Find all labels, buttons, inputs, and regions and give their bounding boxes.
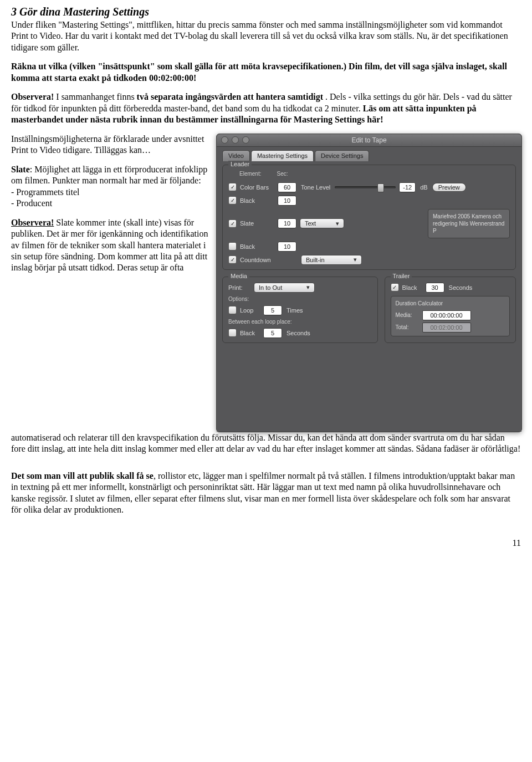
leader-group: Leader Element: Sec: ✓ Color Bars 60 Ton… xyxy=(222,165,516,270)
trailer-legend: Trailer xyxy=(391,273,412,279)
window-titlebar[interactable]: Edit to Tape xyxy=(217,134,521,147)
dc-media-value[interactable]: 00:00:00:00 xyxy=(422,310,471,320)
trailer-black-checkbox[interactable]: ✓ xyxy=(391,283,399,291)
black1-sec-input[interactable]: 10 xyxy=(278,196,296,206)
countdown-source-value: Built-in xyxy=(306,257,325,263)
edit-to-tape-window: Edit to Tape Video Mastering Settings De… xyxy=(216,134,522,432)
loop-checkbox[interactable] xyxy=(228,306,237,314)
countdown-source-select[interactable]: Built-in ▾ xyxy=(301,255,362,265)
color-bars-sec-input[interactable]: 60 xyxy=(278,182,296,192)
tab-bar: Video Mastering Settings Device Settings xyxy=(217,147,521,161)
between-loop-label: Between each loop place: xyxy=(228,319,372,325)
loop-count-input[interactable]: 5 xyxy=(263,305,282,315)
chevron-updown-icon: ▾ xyxy=(304,284,312,291)
window-title: Edit to Tape xyxy=(217,136,521,144)
color-bars-checkbox[interactable]: ✓ xyxy=(228,183,237,191)
media-black-label: Black xyxy=(240,330,260,336)
observera-label: Observera! xyxy=(11,218,54,227)
panel-filler xyxy=(222,343,516,426)
tone-level-slider[interactable] xyxy=(335,183,396,191)
tone-db-value: -12 xyxy=(399,182,416,192)
chevron-updown-icon: ▾ xyxy=(334,220,341,227)
section-heading: 3 Gör dina Mastering Settings xyxy=(11,6,521,18)
observera-label: Observera! xyxy=(11,92,54,101)
print-label: Print: xyxy=(228,284,250,291)
page-number: 11 xyxy=(11,538,521,548)
bullet-title: - Programmets titel xyxy=(11,187,80,197)
after-image-paragraph: automatiserad och relaterar till den kra… xyxy=(11,432,521,455)
slate-checkbox[interactable]: ✓ xyxy=(228,219,237,228)
media-black-sec-input[interactable]: 5 xyxy=(263,328,282,338)
left-slate-para: Slate: Möjlighet att lägga in ett förpro… xyxy=(11,164,211,209)
media-legend: Media xyxy=(228,273,249,279)
dc-total-value: 00:02:00:00 xyxy=(422,323,471,333)
left-observera-para: Observera! Slate kommer inte (skall inte… xyxy=(11,217,211,274)
trailer-black-label: Black xyxy=(402,284,422,291)
dc-total-label: Total: xyxy=(396,324,418,331)
final-paragraph: Det som man vill att publik skall få se,… xyxy=(11,471,521,516)
final-strong: Det som man vill att publik skall få se xyxy=(11,471,154,480)
loop-unit: Times xyxy=(287,307,303,314)
slate-text-preview: Mariefred 2005 Kamera och redigering Nil… xyxy=(428,209,510,238)
tab-mastering-settings[interactable]: Mastering Settings xyxy=(251,150,314,161)
col-element-label: Element: xyxy=(239,171,261,177)
intro-paragraph-2: Räkna ut vilka (vilken "insättspunkt" so… xyxy=(11,61,521,84)
slate-source-select[interactable]: Text ▾ xyxy=(300,218,344,228)
black1-label: Black xyxy=(240,197,274,204)
trailer-black-sec-input[interactable]: 30 xyxy=(426,283,444,293)
black2-label: Black xyxy=(240,243,274,250)
slate-source-value: Text xyxy=(305,220,316,227)
trailer-black-unit: Seconds xyxy=(449,284,473,291)
text-span: : Möjlighet att lägga in ett förproducer… xyxy=(11,165,207,185)
color-bars-label: Color Bars xyxy=(240,184,274,191)
options-label: Options: xyxy=(228,296,372,302)
slate-sec-input[interactable]: 10 xyxy=(278,218,296,228)
black2-checkbox[interactable] xyxy=(228,242,237,250)
tab-device-settings[interactable]: Device Settings xyxy=(315,150,369,161)
leader-legend: Leader xyxy=(228,161,252,167)
settings-panel: Leader Element: Sec: ✓ Color Bars 60 Ton… xyxy=(217,165,521,432)
media-black-unit: Seconds xyxy=(287,330,310,336)
chevron-updown-icon: ▾ xyxy=(351,256,359,263)
text-span: I sammanhanget finns xyxy=(56,92,136,101)
black1-checkbox[interactable]: ✓ xyxy=(228,196,237,204)
print-value: In to Out xyxy=(259,284,282,291)
countdown-checkbox[interactable]: ✓ xyxy=(228,255,237,264)
black2-sec-input[interactable]: 10 xyxy=(278,242,296,252)
two-inputs-strong: två separata ingångsvärden att hantera s… xyxy=(137,92,323,101)
media-black-checkbox[interactable] xyxy=(228,329,237,337)
duration-calculator: Duration Calculator Media: 00:00:00:00 T… xyxy=(391,296,510,336)
dc-label: Duration Calculator xyxy=(396,300,505,307)
dc-media-label: Media: xyxy=(396,311,418,319)
preview-button[interactable]: Preview xyxy=(432,183,466,192)
tone-level-label: Tone Level xyxy=(301,184,330,191)
loop-label: Loop xyxy=(240,307,260,314)
col-sec-label: Sec: xyxy=(277,171,288,177)
intro-paragraph-1: Under fliken "Mastering Settings", mittf… xyxy=(11,19,521,53)
intro-paragraph-3: Observera! I sammanhanget finns två sepa… xyxy=(11,91,521,125)
print-select[interactable]: In to Out ▾ xyxy=(254,283,315,293)
countdown-label: Countdown xyxy=(240,257,274,263)
tab-video[interactable]: Video xyxy=(222,150,250,161)
bullet-producer: - Producent xyxy=(11,198,52,208)
media-group: Media Print: In to Out ▾ Options: xyxy=(222,277,378,343)
slate-label: Slate xyxy=(11,165,30,174)
left-para-1: Inställningsmöjligheterna är förklarade … xyxy=(11,134,211,156)
trailer-group: Trailer ✓ Black 30 Seconds Duration Calc… xyxy=(385,277,516,343)
db-unit: dB xyxy=(420,184,427,191)
slate-label: Slate xyxy=(240,220,274,227)
